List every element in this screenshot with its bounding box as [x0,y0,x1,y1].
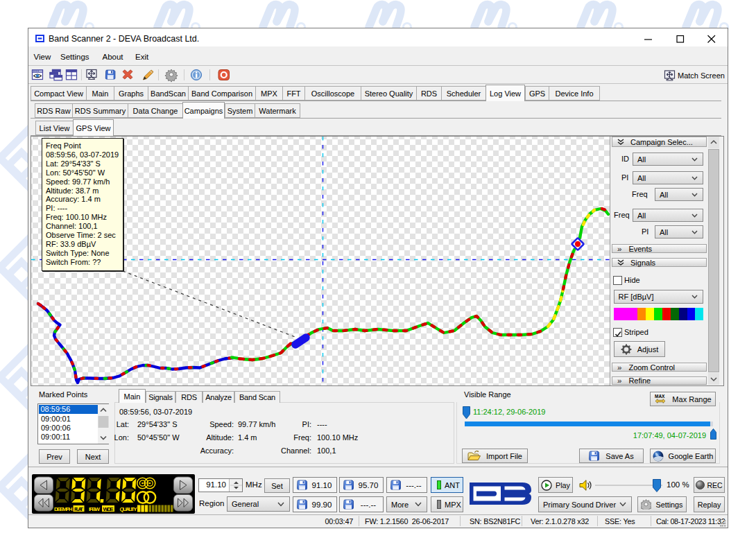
svg-text:WIDE: WIDE [103,506,114,512]
svg-text:MAX: MAX [655,394,665,399]
svg-text:QUALITY: QUALITY [120,506,138,512]
svg-text:DEEMPH: DEEMPH [54,506,73,512]
svg-text:IFBW: IFBW [89,506,100,512]
svg-text:FLAT: FLAT [74,506,83,512]
